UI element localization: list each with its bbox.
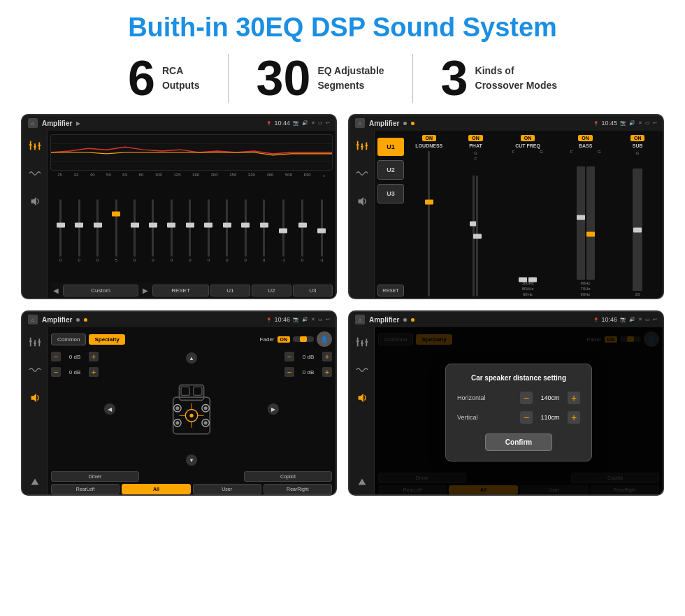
status-time-1: 10:44 <box>274 120 290 127</box>
stat-text-3: Kinds of Crossover Modes <box>475 64 557 93</box>
svg-rect-13 <box>356 144 359 145</box>
svg-rect-21 <box>34 343 36 344</box>
stat-number-3: 3 <box>441 54 468 103</box>
svg-rect-47 <box>361 343 363 344</box>
vertical-value: 110cm <box>535 414 565 421</box>
svg-marker-16 <box>358 197 363 206</box>
dialog-horizontal-row: Horizontal − 140cm + <box>457 392 580 404</box>
stat-text-1: RCA Outputs <box>162 64 200 93</box>
sidebar-speaker-icon[interactable] <box>27 194 43 209</box>
left-top-plus[interactable]: + <box>89 352 99 361</box>
svg-point-38 <box>189 413 193 417</box>
svg-point-36 <box>204 421 208 424</box>
sidebar-eq-icon-3[interactable] <box>27 334 43 350</box>
stats-row: 6 RCA Outputs 30 EQ Adjustable Segments … <box>0 48 685 110</box>
right-bottom-minus[interactable]: − <box>284 367 294 377</box>
reset-btn[interactable]: RESET <box>152 285 209 296</box>
rearright-btn[interactable]: RearRight <box>264 484 332 494</box>
u3-select-btn[interactable]: U3 <box>377 184 404 203</box>
svg-marker-50 <box>358 479 366 485</box>
confirm-button[interactable]: Confirm <box>485 434 552 451</box>
status-bar-2: ⌂ Amplifier 📍 10:45 📷 🔊 ✕ ▭ ↩ <box>349 115 663 131</box>
right-top-minus[interactable]: − <box>284 352 294 361</box>
right-top-plus[interactable]: + <box>322 352 332 361</box>
u1-select-btn[interactable]: U1 <box>377 138 404 156</box>
svg-marker-49 <box>358 394 363 403</box>
all-btn[interactable]: All <box>122 484 190 494</box>
svg-marker-24 <box>31 479 38 485</box>
horizontal-value: 140cm <box>535 394 565 401</box>
stat-text-2: EQ Adjustable Segments <box>317 64 384 93</box>
dialog-overlay: Car speaker distance setting Horizontal … <box>375 327 663 496</box>
copilot-btn[interactable]: Copilot <box>244 471 332 482</box>
svg-marker-23 <box>31 394 36 403</box>
vertical-plus-btn[interactable]: + <box>568 411 580 424</box>
app-name-4: Amplifier <box>369 316 399 324</box>
left-bottom-minus[interactable]: − <box>51 367 61 377</box>
left-sidebar-4 <box>349 327 375 496</box>
status-time-3: 10:46 <box>274 316 290 323</box>
stat-number-2: 30 <box>257 54 311 103</box>
screen-specialty: ⌂ Amplifier 📍 10:46 📷 🔊 ✕ ▭ ↩ <box>21 310 337 496</box>
u3-btn[interactable]: U3 <box>293 285 333 296</box>
svg-rect-5 <box>38 145 41 146</box>
sidebar-speaker-icon-3[interactable] <box>27 390 43 406</box>
u2-select-btn[interactable]: U2 <box>377 160 404 180</box>
app-name-2: Amplifier <box>369 120 399 127</box>
screen-specialty-dialog: ⌂ Amplifier 📍 10:46 📷 🔊 ✕ ▭ ↩ <box>348 310 664 496</box>
status-time-4: 10:46 <box>601 316 617 323</box>
driver-btn[interactable]: Driver <box>51 471 139 482</box>
sidebar-speaker-icon-2[interactable] <box>354 194 370 209</box>
left-bottom-plus[interactable]: + <box>89 367 99 377</box>
common-tab[interactable]: Common <box>51 334 86 345</box>
svg-rect-22 <box>38 341 41 343</box>
sidebar-wave-icon-3[interactable] <box>27 362 43 378</box>
svg-rect-48 <box>365 341 368 343</box>
left-sidebar-1 <box>22 131 48 299</box>
sidebar-expand-icon-3[interactable] <box>27 475 43 490</box>
sidebar-wave-icon-2[interactable] <box>354 166 370 181</box>
dialog-box: Car speaker distance setting Horizontal … <box>445 364 592 461</box>
screen-eq: ⌂ Amplifier ▶ 📍 10:44 📷 🔊 ✕ ▭ ↩ <box>21 114 337 299</box>
dialog-vertical-label: Vertical <box>457 414 499 421</box>
dialog-horizontal-label: Horizontal <box>457 394 499 401</box>
sidebar-eq-icon[interactable] <box>27 138 43 153</box>
status-bar-1: ⌂ Amplifier ▶ 📍 10:44 📷 🔊 ✕ ▭ ↩ <box>22 115 336 131</box>
status-time-2: 10:45 <box>601 120 617 127</box>
stat-item-3: 3 Kinds of Crossover Modes <box>413 54 585 103</box>
right-bottom-plus[interactable]: + <box>322 367 332 377</box>
svg-point-32 <box>204 406 208 410</box>
svg-rect-20 <box>29 341 31 342</box>
svg-rect-27 <box>181 387 189 395</box>
status-bar-4: ⌂ Amplifier 📍 10:46 📷 🔊 ✕ ▭ ↩ <box>349 312 663 327</box>
left-top-minus[interactable]: − <box>51 352 61 361</box>
stat-number-1: 6 <box>128 54 155 103</box>
dialog-vertical-row: Vertical − 110cm + <box>457 411 580 424</box>
sidebar-eq-icon-2[interactable] <box>354 138 370 153</box>
app-name-1: Amplifier <box>42 120 72 127</box>
dialog-title: Car speaker distance setting <box>457 374 580 382</box>
vertical-minus-btn[interactable]: − <box>520 411 533 424</box>
stat-item-2: 30 EQ Adjustable Segments <box>229 54 412 103</box>
svg-point-34 <box>175 421 179 424</box>
preset-label: Custom <box>63 285 138 296</box>
left-sidebar-2 <box>349 131 375 299</box>
specialty-tab[interactable]: Specialty <box>89 334 124 345</box>
user-btn[interactable]: User <box>193 484 261 494</box>
app-name-3: Amplifier <box>42 316 72 324</box>
svg-rect-15 <box>365 145 368 146</box>
rearleft-btn[interactable]: RearLeft <box>51 484 120 494</box>
u2-btn[interactable]: U2 <box>252 285 291 296</box>
u1-btn[interactable]: U1 <box>210 285 250 296</box>
svg-rect-14 <box>361 146 363 148</box>
svg-rect-4 <box>34 146 36 148</box>
horizontal-minus-btn[interactable]: − <box>520 392 533 404</box>
sidebar-wave-icon[interactable] <box>27 166 43 181</box>
page-title: Buith-in 30EQ DSP Sound System <box>0 0 685 48</box>
screen-crossover: ⌂ Amplifier 📍 10:45 📷 🔊 ✕ ▭ ↩ <box>348 114 664 299</box>
horizontal-plus-btn[interactable]: + <box>568 392 580 404</box>
svg-point-30 <box>175 406 179 410</box>
svg-rect-28 <box>194 387 202 395</box>
crossover-reset-btn[interactable]: RESET <box>377 285 404 296</box>
left-sidebar-3 <box>22 327 48 496</box>
